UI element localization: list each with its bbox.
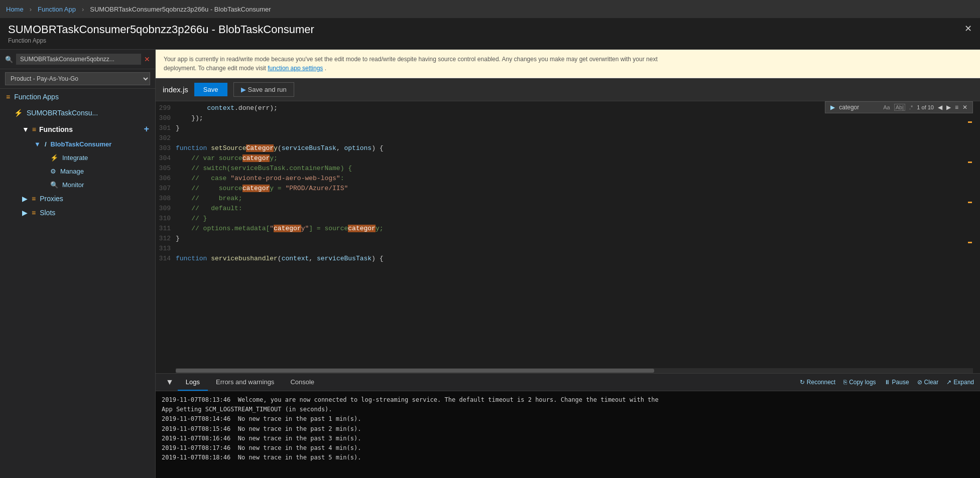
clear-search-icon[interactable]: ✕ [144, 55, 150, 63]
main-content: Your app is currently in read/write mode… [156, 50, 980, 478]
log-line: 2019-11-07T08:18:46 No new trace in the … [162, 453, 974, 462]
horizontal-scrollbar-thumb[interactable] [176, 369, 654, 373]
breadcrumb-function-app[interactable]: Function App [38, 6, 76, 13]
code-line-303: 303 function setSourceCategory(serviceBu… [156, 143, 980, 153]
expand-arrow: ▼ [34, 140, 41, 148]
pause-button[interactable]: ⏸ Pause [884, 379, 909, 386]
titlebar: SUMOBRTaskConsumer5qobnzz3p266u - BlobTa… [0, 18, 980, 50]
bolt-icon: ⚡ [14, 109, 23, 117]
editor-header: index.js Save ▶ Save and run [156, 78, 980, 101]
copy-icon: ⎘ [843, 379, 847, 386]
filename-label: index.js [163, 85, 188, 94]
close-search-button[interactable]: ✕ [962, 104, 967, 111]
breadcrumb-home[interactable]: Home [6, 6, 24, 13]
clear-icon: ⊘ [917, 379, 922, 386]
copy-logs-button[interactable]: ⎘ Copy logs [843, 379, 876, 386]
sidebar-item-manage[interactable]: ⚙ Manage [34, 165, 155, 178]
sidebar-proxies-label: Proxies [40, 195, 63, 203]
subscription-dropdown: Product - Pay-As-You-Go [0, 69, 155, 89]
sidebar-item-monitor[interactable]: 🔍 Monitor [34, 178, 155, 192]
search-count: 1 of 10 [917, 104, 934, 110]
list-icon-slots: ≡ [32, 209, 36, 217]
sidebar-function-apps-label: Function Apps [14, 93, 59, 101]
list-icon: ≡ [6, 93, 10, 101]
horizontal-scrollbar[interactable] [176, 368, 973, 373]
code-line-308: 308 // break; [156, 194, 980, 204]
search-bar: 🔍 ✕ [0, 50, 155, 69]
sidebar-item-blobtaskconsumer[interactable]: ▼ / BlobTaskConsumer [24, 137, 155, 151]
log-area[interactable]: 2019-11-07T08:13:46 Welcome, you are now… [156, 391, 980, 478]
bottom-tabs: ▼ Logs Errors and warnings Console ↻ Rec… [156, 374, 980, 391]
save-run-button[interactable]: ▶ Save and run [233, 82, 294, 97]
clear-label: Clear [924, 379, 939, 386]
slash-icon: / [45, 140, 47, 148]
log-line: App Setting SCM_LOGSTREAM_TIMEOUT (in se… [162, 405, 974, 414]
search-icon: 🔍 [5, 56, 13, 63]
topbar: Home › Function App › SUMOBRTaskConsumer… [0, 0, 980, 18]
expand-arrow-proxies: ▶ [22, 195, 28, 203]
prev-search-button[interactable]: ◀ [938, 104, 942, 111]
tab-errors[interactable]: Errors and warnings [208, 374, 282, 391]
search-options-icon[interactable]: ≡ [955, 104, 958, 111]
monitor-icon: 🔍 [50, 181, 58, 189]
code-line-311: 311 // options.metadata["category"] = so… [156, 224, 980, 234]
expand-arrow-slots: ▶ [22, 209, 28, 217]
code-line-306: 306 // case "avionte-prod-aero-web-logs"… [156, 174, 980, 184]
next-search-button[interactable]: ▶ [946, 104, 951, 111]
close-button[interactable]: ✕ [964, 23, 972, 34]
editor-area[interactable]: ▶ Aa Ab| .* 1 of 10 ◀ ▶ ≡ ✕ 299 context.… [156, 101, 980, 373]
tab-console[interactable]: Console [282, 374, 322, 391]
sidebar-monitor-label: Monitor [62, 181, 84, 189]
function-app-settings-link[interactable]: function app settings [268, 65, 323, 72]
warning-text-1: Your app is currently in read/write mode… [164, 56, 658, 63]
log-line: 2019-11-07T08:17:46 No new trace in the … [162, 443, 974, 453]
save-button[interactable]: Save [194, 83, 227, 96]
sidebar-item-integrate[interactable]: ⚡ Integrate [34, 151, 155, 165]
separator-1: › [30, 6, 32, 13]
sidebar: 🔍 ✕ Product - Pay-As-You-Go ≡ Function A… [0, 50, 156, 478]
sidebar-functions-section[interactable]: ▼ ≡ Functions + [16, 121, 155, 137]
code-line-309: 309 // default: [156, 204, 980, 214]
log-line: 2019-11-07T08:16:46 No new trace in the … [162, 434, 974, 443]
list-icon-2: ≡ [32, 125, 36, 133]
bottom-tab-actions: ↻ Reconnect ⎘ Copy logs ⏸ Pause ⊘ Clear [800, 379, 974, 386]
collapse-panel-button[interactable]: ▼ [162, 374, 178, 391]
tab-logs[interactable]: Logs [178, 374, 208, 391]
sidebar-item-slots[interactable]: ▶ ≡ Slots [16, 206, 155, 220]
subscription-select[interactable]: Product - Pay-As-You-Go [5, 72, 150, 85]
case-icon[interactable]: Aa [883, 104, 890, 110]
sidebar-item-proxies[interactable]: ▶ ≡ Proxies [16, 192, 155, 206]
copy-logs-label: Copy logs [849, 379, 876, 386]
sidebar-sumo-label: SUMOBRTaskConsu... [27, 109, 98, 117]
sidebar-manage-label: Manage [60, 168, 84, 175]
log-line: 2019-11-07T08:13:46 Welcome, you are now… [162, 395, 974, 405]
expand-icon: ↗ [946, 379, 951, 386]
code-line-302: 302 [156, 133, 980, 143]
warning-banner: Your app is currently in read/write mode… [156, 50, 980, 78]
code-editor[interactable]: 299 context.done(err); 300 }); 301 } 302 [156, 101, 980, 264]
code-line-300: 300 }); [156, 113, 980, 123]
clear-button[interactable]: ⊘ Clear [917, 379, 939, 386]
reconnect-button[interactable]: ↻ Reconnect [800, 379, 835, 386]
add-function-button[interactable]: + [144, 124, 149, 134]
save-run-label: Save and run [248, 86, 287, 93]
search-code-input[interactable] [839, 104, 879, 111]
titlebar-left: SUMOBRTaskConsumer5qobnzz3p266u - BlobTa… [8, 23, 314, 44]
log-line: 2019-11-07T08:14:46 No new trace in the … [162, 414, 974, 424]
breadcrumb-current: SUMOBRTaskConsumer5qobnzz3p266u - BlobTa… [90, 6, 271, 13]
code-line-307: 307 // sourcecategory = "PROD/Azure/IIS" [156, 184, 980, 194]
search-input[interactable] [16, 54, 141, 65]
code-line-312: 312 } [156, 234, 980, 244]
play-icon: ▶ [241, 86, 246, 93]
pause-icon: ⏸ [884, 379, 890, 386]
warning-text-3: . [325, 65, 326, 72]
sidebar-item-function-apps[interactable]: ≡ Function Apps [0, 89, 155, 105]
sidebar-item-sumo[interactable]: ⚡ SUMOBRTaskConsu... [8, 105, 155, 121]
page-subtitle: Function Apps [8, 37, 314, 44]
regex-icon[interactable]: .* [909, 104, 913, 110]
word-icon[interactable]: Ab| [894, 104, 905, 111]
gear-icon: ⚙ [50, 168, 56, 175]
code-line-301: 301 } [156, 123, 980, 133]
expand-button[interactable]: ↗ Expand [946, 379, 974, 386]
expand-icon: ▼ [22, 125, 29, 133]
